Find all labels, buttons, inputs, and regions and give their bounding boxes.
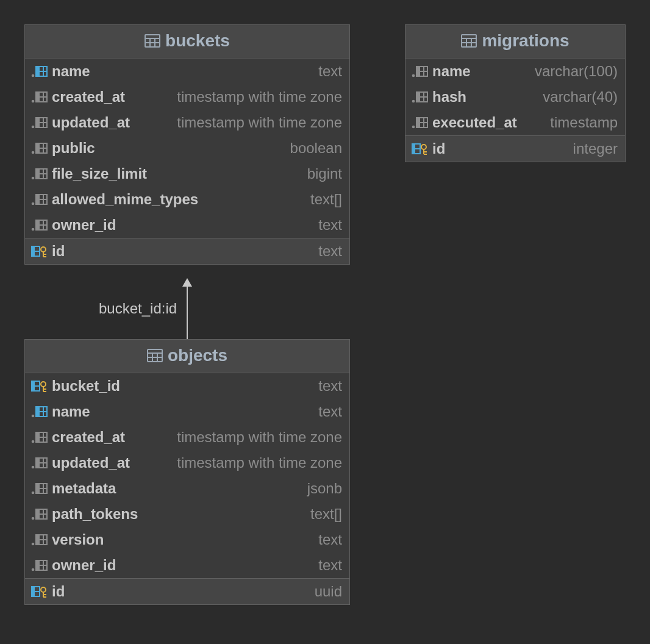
column-row[interactable]: file_size_limit bigint [25, 161, 349, 187]
column-row[interactable]: version text [25, 527, 349, 553]
column-icon [31, 405, 48, 418]
columns-objects: bucket_id text name text created_at time… [25, 373, 349, 604]
column-name: executed_at [432, 114, 517, 131]
column-row[interactable]: bucket_id text [25, 373, 349, 399]
svg-point-43 [41, 247, 46, 252]
svg-rect-41 [32, 246, 35, 256]
svg-rect-122 [32, 587, 35, 596]
column-name: created_at [52, 88, 125, 106]
column-row-pk[interactable]: id text [25, 238, 349, 264]
table-header-migrations: migrations [405, 25, 625, 59]
column-row[interactable]: updated_at timestamp with time zone [25, 450, 349, 476]
svg-marker-129 [182, 278, 192, 287]
svg-point-30 [32, 202, 35, 206]
column-name: name [52, 63, 90, 80]
svg-rect-80 [32, 381, 35, 391]
column-row[interactable]: owner_id text [25, 212, 349, 238]
svg-rect-17 [36, 118, 40, 127]
table-buckets[interactable]: buckets name text created_at timestamp w… [24, 24, 350, 265]
table-migrations[interactable]: migrations name varchar(100) hash varcha… [405, 24, 626, 162]
column-type: timestamp with time zone [177, 454, 342, 471]
column-row[interactable]: hash varchar(40) [405, 84, 625, 110]
svg-point-25 [32, 177, 35, 180]
column-row[interactable]: metadata jsonb [25, 476, 349, 501]
column-row[interactable]: created_at timestamp with time zone [25, 424, 349, 450]
column-name: id [52, 243, 65, 260]
column-name: owner_id [52, 216, 116, 234]
svg-point-35 [32, 228, 35, 231]
column-row[interactable]: name text [25, 399, 349, 424]
column-icon [31, 116, 48, 129]
column-name: owner_id [52, 557, 116, 574]
column-type: timestamp [550, 114, 618, 131]
svg-rect-54 [416, 66, 420, 76]
svg-point-62 [412, 126, 415, 129]
column-row[interactable]: allowed_mime_types text[] [25, 187, 349, 212]
fk-key-icon [31, 379, 48, 393]
table-icon [145, 34, 160, 48]
columns-buckets: name text created_at timestamp with time… [25, 59, 349, 264]
column-type: timestamp with time zone [177, 114, 342, 131]
column-type: text [318, 243, 342, 260]
column-icon [31, 65, 48, 78]
column-icon [31, 507, 48, 521]
svg-point-10 [32, 100, 35, 103]
column-row-pk[interactable]: id integer [405, 135, 625, 162]
column-type: varchar(40) [543, 88, 618, 106]
column-icon [31, 533, 48, 546]
svg-rect-103 [36, 484, 40, 493]
column-row[interactable]: owner_id text [25, 553, 349, 578]
svg-rect-88 [36, 407, 40, 417]
column-name: updated_at [52, 114, 130, 131]
column-row[interactable]: executed_at timestamp [405, 110, 625, 135]
column-name: name [432, 63, 471, 80]
svg-rect-98 [36, 458, 40, 468]
svg-point-52 [412, 74, 415, 77]
column-icon [412, 116, 429, 129]
column-name: hash [432, 88, 466, 106]
svg-point-86 [32, 415, 35, 418]
column-type: varchar(100) [535, 63, 618, 80]
column-icon [31, 90, 48, 104]
table-title: objects [168, 346, 227, 365]
svg-rect-108 [36, 509, 40, 519]
columns-migrations: name varchar(100) hash varchar(40) execu… [405, 59, 625, 162]
svg-point-111 [32, 543, 35, 546]
column-row[interactable]: path_tokens text[] [25, 501, 349, 527]
svg-rect-32 [36, 195, 40, 204]
table-objects[interactable]: objects bucket_id text name text [24, 339, 350, 605]
column-type: text [318, 63, 342, 80]
table-header-buckets: buckets [25, 25, 349, 59]
column-type: bigint [307, 165, 342, 182]
column-row[interactable]: public boolean [25, 135, 349, 161]
column-type: text [318, 557, 342, 574]
column-name: version [52, 531, 104, 548]
column-icon [31, 193, 48, 206]
column-name: metadata [52, 480, 116, 497]
svg-point-15 [32, 126, 35, 129]
column-icon [31, 456, 48, 470]
svg-rect-93 [36, 432, 40, 442]
column-icon [31, 218, 48, 232]
svg-rect-12 [36, 92, 40, 102]
svg-point-91 [32, 440, 35, 443]
svg-point-96 [32, 466, 35, 469]
column-icon [31, 482, 48, 495]
column-row[interactable]: updated_at timestamp with time zone [25, 110, 349, 135]
column-row[interactable]: name text [25, 59, 349, 84]
table-title: buckets [165, 31, 230, 51]
column-name: name [52, 403, 90, 420]
column-name: created_at [52, 429, 125, 446]
svg-point-57 [412, 100, 415, 103]
column-row-pk[interactable]: id uuid [25, 578, 349, 604]
table-icon [147, 349, 163, 362]
relation-arrow [181, 278, 193, 339]
column-type: text [318, 403, 342, 420]
column-type: integer [573, 140, 618, 157]
column-row[interactable]: name varchar(100) [405, 59, 625, 84]
table-header-objects: objects [25, 340, 349, 373]
column-row[interactable]: created_at timestamp with time zone [25, 84, 349, 110]
svg-point-20 [32, 151, 35, 154]
relation-label: bucket_id:id [99, 300, 177, 317]
svg-rect-113 [36, 535, 40, 545]
